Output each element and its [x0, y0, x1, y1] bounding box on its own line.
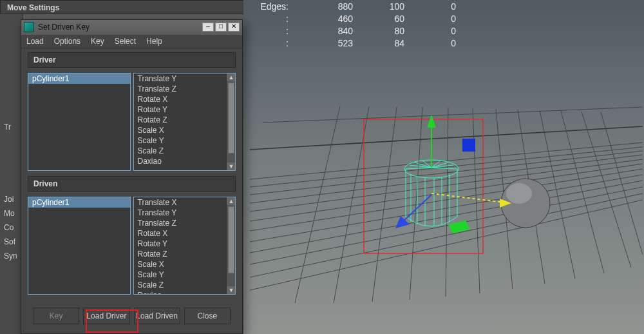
load-driven-button[interactable]: Load Driven — [134, 308, 180, 324]
minimize-icon[interactable]: – — [202, 23, 214, 32]
svg-line-18 — [446, 108, 448, 297]
svg-marker-53 — [448, 221, 470, 233]
svg-line-9 — [250, 151, 643, 195]
svg-rect-52 — [462, 139, 475, 152]
menu-key[interactable]: Key — [91, 37, 104, 46]
move-settings-header[interactable]: Move Settings — [0, 0, 245, 14]
driver-attr-list[interactable]: Translate Y Translate Z Rotate X Rotate … — [133, 73, 236, 171]
polycount-stats: Edges:8801000 :460600 :840800 :523840 — [243, 1, 456, 50]
list-item[interactable]: Rotate Y — [134, 239, 227, 249]
svg-line-25 — [601, 112, 643, 255]
list-item[interactable]: Translate X — [134, 197, 227, 208]
close-icon[interactable]: ✕ — [228, 23, 240, 32]
menu-options[interactable]: Options — [54, 37, 80, 46]
left-tab[interactable]: Sof — [0, 235, 23, 249]
maximize-icon[interactable]: □ — [215, 23, 227, 32]
list-item[interactable]: Translate Y — [134, 208, 227, 218]
list-item[interactable]: Rotate Z — [134, 115, 227, 125]
driven-attr-list[interactable]: Translate X Translate Y Translate Z Rota… — [133, 197, 236, 295]
svg-line-48 — [431, 193, 504, 202]
list-item[interactable]: Rotate X — [134, 94, 227, 104]
svg-line-17 — [410, 107, 422, 300]
list-item[interactable]: Translate Y — [134, 74, 227, 84]
key-button[interactable]: Key — [33, 308, 79, 324]
scrollbar[interactable]: ▲ ▼ — [226, 74, 235, 170]
menu-load[interactable]: Load — [26, 37, 44, 46]
scroll-thumb[interactable] — [228, 206, 234, 273]
svg-point-27 — [506, 183, 532, 204]
svg-line-12 — [250, 126, 643, 150]
list-item[interactable]: Scale Z — [134, 146, 227, 156]
stat-label: : — [243, 26, 295, 38]
left-tab[interactable]: Tr — [0, 120, 23, 134]
maya-app-icon — [24, 22, 34, 32]
driven-object-list[interactable]: pCylinder1 — [28, 197, 131, 295]
set-driven-key-window: Set Driven Key – □ ✕ Load Options Key Se… — [21, 19, 243, 334]
stat-label: : — [243, 14, 295, 26]
svg-marker-47 — [427, 115, 436, 128]
driver-section-header: Driver — [28, 52, 236, 68]
driven-section-header: Driven — [28, 176, 236, 192]
window-title: Set Driven Key — [38, 23, 198, 32]
list-item[interactable]: Translate Z — [134, 218, 227, 228]
list-item[interactable]: Daxiao — [134, 156, 227, 166]
list-item[interactable]: Scale X — [134, 259, 227, 270]
close-button[interactable]: Close — [184, 308, 231, 324]
cylinder-wireframe — [404, 160, 459, 226]
list-item[interactable]: Rotate X — [134, 228, 227, 239]
svg-line-13 — [263, 107, 643, 123]
list-item[interactable]: Scale Y — [134, 270, 227, 280]
menu-select[interactable]: Select — [115, 37, 136, 46]
list-item[interactable]: pCylinder1 — [28, 197, 130, 208]
left-panel-strip: Tr Joi Mo Co Sof Syn — [0, 0, 23, 334]
scroll-up-icon[interactable]: ▲ — [227, 74, 236, 81]
svg-line-23 — [561, 111, 604, 273]
sdk-menubar: Load Options Key Select Help — [21, 35, 242, 48]
svg-line-6 — [250, 164, 643, 221]
list-item[interactable]: Daxiao — [134, 290, 227, 294]
driver-object-list[interactable]: pCylinder1 — [28, 73, 131, 171]
svg-line-16 — [372, 107, 397, 302]
stat-label: Edges: — [243, 1, 295, 14]
list-item[interactable]: Scale Y — [134, 135, 227, 146]
left-tab[interactable]: Mo — [0, 206, 23, 221]
svg-line-11 — [250, 142, 643, 179]
window-titlebar[interactable]: Set Driven Key – □ ✕ — [21, 20, 242, 35]
list-item[interactable]: Translate Z — [134, 84, 227, 94]
scroll-down-icon[interactable]: ▼ — [227, 162, 236, 170]
list-item[interactable]: Scale Z — [134, 280, 227, 290]
menu-help[interactable]: Help — [146, 37, 162, 46]
stat-label: : — [243, 38, 295, 50]
list-item[interactable]: Scale X — [134, 125, 227, 135]
scroll-down-icon[interactable]: ▼ — [227, 286, 236, 294]
scroll-up-icon[interactable]: ▲ — [227, 197, 236, 205]
load-driver-button[interactable]: Load Driver — [83, 308, 129, 324]
svg-line-5 — [250, 169, 643, 231]
list-item[interactable]: Rotate Y — [134, 104, 227, 115]
left-tab[interactable]: Joi — [0, 192, 23, 206]
left-tab[interactable]: Syn — [0, 249, 23, 263]
scroll-thumb[interactable] — [228, 83, 234, 153]
list-item[interactable]: pCylinder1 — [28, 74, 130, 84]
sdk-button-row: Key Load Driver Load Driven Close — [28, 300, 236, 333]
list-item[interactable]: Rotate Z — [134, 249, 227, 259]
scrollbar[interactable]: ▲ ▼ — [226, 197, 235, 294]
left-tab[interactable]: Co — [0, 221, 23, 235]
